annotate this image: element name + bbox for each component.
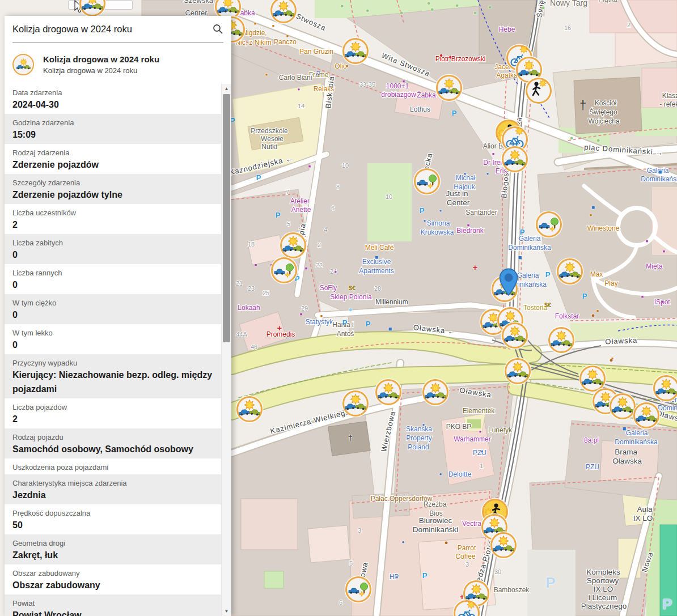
- place-label: Agatka: [496, 71, 518, 79]
- place-label: Bamboszek: [494, 586, 530, 594]
- field-label: Obszar zabudowany: [12, 568, 213, 578]
- place-label: Szewska: [184, 0, 214, 5]
- place-label: Property: [406, 434, 431, 442]
- collision-marker[interactable]: [280, 232, 306, 258]
- place-label: Nigdzie,: [242, 29, 266, 37]
- place-label: Dominikańska: [508, 244, 551, 252]
- collision-marker[interactable]: [270, 0, 297, 23]
- collision-marker[interactable]: [422, 379, 448, 405]
- place-label: Just in: [446, 189, 468, 198]
- collision-marker[interactable]: [375, 379, 401, 405]
- place-label: i Liceum: [589, 593, 617, 602]
- scrollbar-thumb[interactable]: [223, 94, 230, 342]
- field-label: Uszkodzenia poza pojazdami: [12, 462, 213, 472]
- house-number: 30: [494, 568, 501, 575]
- collision-marker[interactable]: [79, 0, 105, 16]
- house-number: 3: [466, 561, 469, 568]
- bicycle-collision-marker[interactable]: [454, 600, 480, 616]
- place-label: 1000+1: [386, 82, 409, 90]
- place-label: Hebe: [499, 26, 515, 33]
- car-tree-collision-marker[interactable]: [271, 257, 297, 283]
- field-label: Rodzaj zdarzenia: [12, 148, 213, 158]
- field-label: Liczba zabitych: [12, 238, 213, 248]
- place-label: 8a.pl: [584, 436, 599, 444]
- field-row: Szczegóły zdarzeniaZderzenie pojazdów ty…: [5, 174, 222, 204]
- place-label: Poland: [408, 443, 429, 451]
- house-number: 24: [330, 268, 337, 275]
- place-label: PZU: [473, 449, 486, 457]
- search-icon[interactable]: [212, 23, 223, 35]
- collision-marker[interactable]: [579, 366, 606, 392]
- field-row: Prędkość dopuszczalna50: [5, 504, 222, 534]
- car-tree-collision-marker[interactable]: [414, 168, 440, 194]
- place-label: iSpot: [654, 298, 670, 306]
- collision-marker[interactable]: [548, 327, 574, 353]
- collision-marker[interactable]: [342, 38, 369, 64]
- collision-marker[interactable]: [436, 75, 462, 101]
- collision-marker[interactable]: [236, 396, 263, 422]
- place-label: Apartments: [359, 267, 393, 275]
- field-value: Samochód osobowy, Samochód osobowy: [12, 442, 213, 456]
- field-row: Liczba pojazdów2: [5, 398, 222, 428]
- collision-marker[interactable]: [502, 146, 528, 172]
- field-label: Godzina zdarzenia: [12, 118, 213, 128]
- house-number: 21: [236, 280, 243, 287]
- place-label: Dominikański: [413, 525, 458, 534]
- place-label: Promedis: [266, 330, 295, 338]
- house-number: 29: [301, 305, 308, 312]
- place-label: HP: [390, 573, 399, 581]
- house-number: 6: [331, 205, 335, 211]
- place-label: Antoś: [337, 330, 354, 338]
- search-result-item[interactable]: Kolizja drogowa w 2024 roku Kolizja drog…: [5, 45, 231, 84]
- place-label: PKO BP: [446, 423, 472, 431]
- collision-marker[interactable]: [342, 390, 369, 417]
- app-window: Wita StwoszaWita StwoszaBiskupiaBiskupia…: [0, 0, 677, 616]
- collision-marker[interactable]: [653, 375, 677, 401]
- scrollbar-up-icon[interactable]: ▲: [222, 84, 231, 94]
- place-label: IX LO: [633, 514, 653, 522]
- place-label: Winestone: [587, 224, 620, 232]
- house-number: 28: [374, 285, 381, 292]
- place-label: Michał: [456, 174, 476, 182]
- car-tree-collision-marker[interactable]: [345, 576, 371, 602]
- panel-scrollbar[interactable]: ▲ ▼: [221, 84, 231, 616]
- field-row: W tym ciężko0: [5, 294, 222, 324]
- place-label: Statystyk: [306, 318, 334, 326]
- collision-marker[interactable]: [502, 322, 528, 349]
- field-row: Data zdarzenia2024-04-30: [5, 84, 222, 114]
- collision-marker[interactable]: [610, 393, 636, 419]
- place-label: Tostoria: [523, 304, 547, 312]
- search-bar[interactable]: Kolizja drogowa w 2024 roku: [5, 16, 231, 45]
- field-label: Szczegóły zdarzenia: [12, 178, 213, 188]
- pedestrian-collision-marker[interactable]: [526, 78, 552, 104]
- field-label: Przyczyny wypadku: [12, 358, 213, 368]
- search-input[interactable]: Kolizja drogowa w 2024 roku: [12, 24, 132, 35]
- field-label: Data zdarzenia: [12, 88, 213, 97]
- house-number: 3: [358, 527, 361, 534]
- field-value: 50: [12, 518, 213, 532]
- collision-marker[interactable]: [490, 532, 517, 558]
- field-row: Przyczyny wypadkuKierujący: Niezachowani…: [5, 354, 222, 398]
- scrollbar-down-icon[interactable]: ▼: [222, 606, 231, 616]
- selected-location-pin[interactable]: [498, 268, 519, 296]
- collision-marker[interactable]: [557, 258, 583, 284]
- place-label: Sklep Polonia: [330, 293, 372, 301]
- house-number: 22: [316, 262, 323, 269]
- field-label: Liczba pojazdów: [12, 402, 213, 412]
- place-label: Biedronk: [456, 227, 484, 235]
- place-label: Relaks: [314, 85, 335, 93]
- house-number: 23: [248, 285, 255, 292]
- place-label: Świętego: [589, 108, 617, 116]
- car-tree-collision-marker[interactable]: [536, 211, 562, 237]
- field-label: Liczba rannych: [12, 268, 213, 278]
- field-list: Data zdarzenia2024-04-30Godzina zdarzeni…: [5, 84, 222, 616]
- field-label: Liczba uczestników: [12, 208, 213, 218]
- collision-marker[interactable]: [633, 402, 659, 428]
- house-number: 16: [564, 24, 571, 31]
- field-value: Zderzenie pojazdów: [12, 158, 213, 172]
- house-number: 10: [342, 162, 349, 169]
- field-value: 2: [12, 218, 213, 232]
- collision-marker[interactable]: [505, 358, 531, 384]
- place-label: Biurowiec: [419, 516, 452, 525]
- house-number: 44A: [236, 331, 247, 338]
